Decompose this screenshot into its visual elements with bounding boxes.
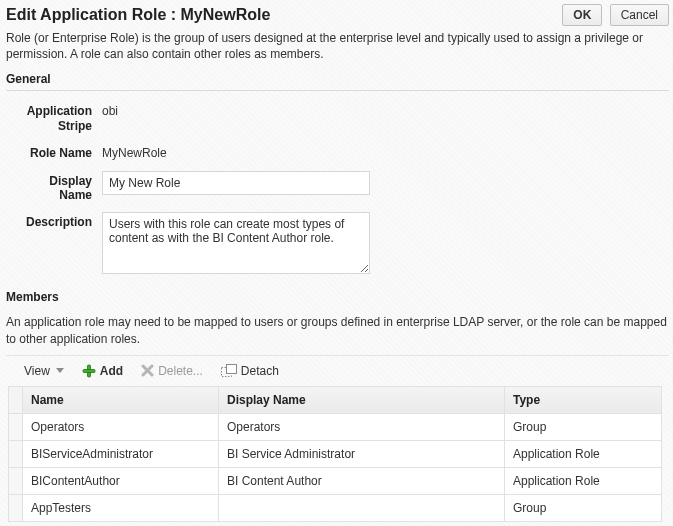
table-row[interactable]: AppTesters Group bbox=[9, 494, 662, 521]
add-button[interactable]: Add bbox=[82, 364, 123, 378]
delete-label: Delete... bbox=[158, 364, 203, 378]
x-icon bbox=[141, 364, 154, 377]
description-textarea[interactable] bbox=[102, 212, 370, 274]
cell-name: Operators bbox=[23, 413, 219, 440]
role-name-value: MyNewRole bbox=[102, 143, 167, 160]
view-label: View bbox=[24, 364, 50, 378]
cell-type: Application Role bbox=[505, 467, 662, 494]
detach-button[interactable]: Detach bbox=[221, 364, 279, 378]
general-heading: General bbox=[6, 72, 669, 91]
table-row[interactable]: BIServiceAdministrator BI Service Admini… bbox=[9, 440, 662, 467]
plus-icon bbox=[82, 364, 96, 378]
title-role: MyNewRole bbox=[181, 6, 271, 23]
cell-name: BIContentAuthor bbox=[23, 467, 219, 494]
cell-name: AppTesters bbox=[23, 494, 219, 521]
role-name-label: Role Name bbox=[6, 143, 102, 160]
description-label: Description bbox=[6, 212, 102, 229]
cell-type: Group bbox=[505, 413, 662, 440]
cell-displayname: BI Service Administrator bbox=[219, 440, 505, 467]
members-table: Name Display Name Type Operators Operato… bbox=[8, 386, 662, 522]
delete-button[interactable]: Delete... bbox=[141, 364, 203, 378]
svg-rect-5 bbox=[226, 364, 236, 373]
app-stripe-label: Application Stripe bbox=[6, 101, 102, 133]
intro-text: Role (or Enterprise Role) is the group o… bbox=[6, 26, 666, 72]
cell-displayname bbox=[219, 494, 505, 521]
detach-label: Detach bbox=[241, 364, 279, 378]
page-title: Edit Application Role : MyNewRole bbox=[6, 2, 270, 26]
detach-icon bbox=[221, 364, 237, 378]
view-menu[interactable]: View bbox=[24, 364, 64, 378]
display-name-label: Display Name bbox=[6, 171, 102, 203]
ok-button[interactable]: OK bbox=[562, 4, 602, 26]
col-select bbox=[9, 386, 23, 413]
cell-displayname: BI Content Author bbox=[219, 467, 505, 494]
chevron-down-icon bbox=[56, 368, 64, 373]
table-row[interactable]: Operators Operators Group bbox=[9, 413, 662, 440]
add-label: Add bbox=[100, 364, 123, 378]
cell-type: Group bbox=[505, 494, 662, 521]
table-row[interactable]: BIContentAuthor BI Content Author Applic… bbox=[9, 467, 662, 494]
svg-rect-1 bbox=[83, 369, 95, 372]
title-prefix: Edit Application Role : bbox=[6, 6, 181, 23]
header-actions: OK Cancel bbox=[558, 2, 669, 26]
row-select[interactable] bbox=[9, 494, 23, 521]
cell-name: BIServiceAdministrator bbox=[23, 440, 219, 467]
col-name-header[interactable]: Name bbox=[23, 386, 219, 413]
cell-type: Application Role bbox=[505, 440, 662, 467]
members-heading: Members bbox=[6, 290, 669, 308]
row-select[interactable] bbox=[9, 440, 23, 467]
members-desc: An application role may need to be mappe… bbox=[6, 308, 669, 355]
app-stripe-value: obi bbox=[102, 101, 118, 118]
col-displayname-header[interactable]: Display Name bbox=[219, 386, 505, 413]
cell-displayname: Operators bbox=[219, 413, 505, 440]
row-select[interactable] bbox=[9, 467, 23, 494]
col-type-header[interactable]: Type bbox=[505, 386, 662, 413]
row-select[interactable] bbox=[9, 413, 23, 440]
cancel-button[interactable]: Cancel bbox=[610, 4, 669, 26]
display-name-input[interactable] bbox=[102, 171, 370, 195]
members-toolbar: View Add Delete... Detach bbox=[6, 358, 669, 386]
